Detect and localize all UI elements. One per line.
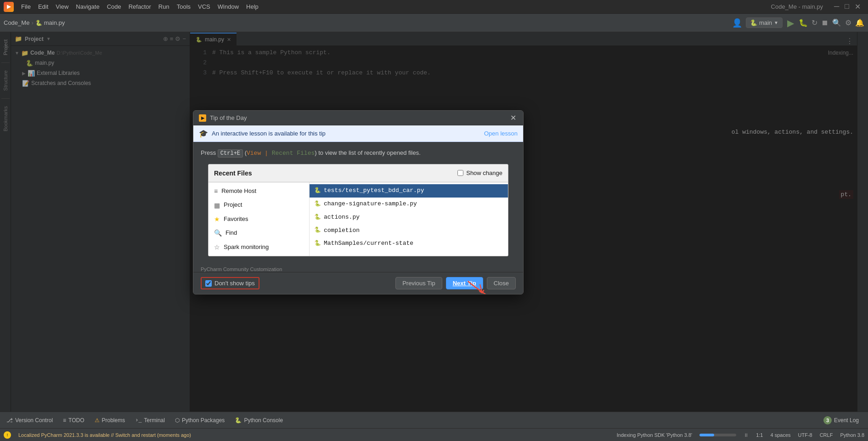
dont-show-label: Don't show tips — [214, 280, 255, 287]
python-packages-icon: ⬡ — [175, 417, 180, 424]
favorites-icon: ★ — [214, 214, 220, 224]
window-title: Code_Me - main.py — [771, 3, 823, 10]
lesson-icon: 🎓 — [199, 129, 208, 138]
recent-left-panel: ≡ Remote Host ▦ Project ★ Favorites 🔍 — [209, 182, 310, 256]
close-dialog-button[interactable]: Close — [487, 277, 516, 289]
terminal-icon: ›_ — [135, 417, 141, 424]
recent-files-content: ≡ Remote Host ▦ Project ★ Favorites 🔍 — [209, 182, 508, 256]
test-file-label: tests/test_pytest_bdd_car.py — [324, 186, 424, 196]
recent-file-test[interactable]: 🐍 tests/test_pytest_bdd_car.py — [310, 184, 508, 198]
dialog-close-button[interactable]: ✕ — [508, 113, 518, 123]
status-python-version[interactable]: Python 3.8 — [840, 432, 864, 438]
customization-label: PyCharm Community Customization — [193, 266, 523, 272]
remote-host-icon: ≡ — [214, 186, 218, 196]
menubar-vcs[interactable]: VCS — [194, 2, 214, 11]
tab-todo[interactable]: ≡ TODO — [58, 414, 89, 427]
breadcrumb-file[interactable]: main.py — [44, 19, 65, 26]
settings-button[interactable]: ⚙ — [845, 18, 851, 27]
status-line-endings[interactable]: CRLF — [820, 432, 833, 438]
menubar-navigate[interactable]: Navigate — [72, 2, 103, 11]
menubar-view[interactable]: View — [52, 2, 72, 11]
tab-version-control[interactable]: ⎇ Version Control — [2, 414, 57, 427]
dont-show-checkbox[interactable] — [205, 280, 212, 287]
show-change-checkbox[interactable] — [457, 170, 463, 176]
dialog-body: Press Ctrl+E (View | Recent Files) to vi… — [193, 142, 523, 266]
win-close-btn[interactable]: ✕ — [855, 2, 861, 11]
recent-left-favorites[interactable]: ★ Favorites — [209, 212, 309, 226]
breadcrumb-sep: › — [31, 19, 33, 26]
actions-icon: 🐍 — [314, 213, 321, 222]
version-control-label: Version Control — [15, 417, 53, 424]
spark-label: Spark monitoring — [224, 243, 269, 252]
event-log-badge: 3 — [823, 416, 832, 424]
event-log-label: Event Log — [834, 417, 859, 424]
event-log-tab[interactable]: 3 Event Log — [820, 416, 862, 424]
tip-kbd: Ctrl+E — [218, 149, 243, 158]
progress-bar-fill — [699, 434, 714, 436]
tab-python-console[interactable]: 🐍 Python Console — [230, 414, 287, 427]
bottom-tabs-bar: ⎇ Version Control ≡ TODO ⚠ Problems ›_ T… — [0, 412, 868, 428]
prev-tip-button[interactable]: Previous Tip — [395, 277, 442, 289]
dialog-titlebar: ▶ Tip of the Day ✕ — [193, 111, 523, 125]
problems-icon: ⚠ — [95, 417, 100, 424]
search-everywhere-button[interactable]: 🔍 — [832, 18, 841, 27]
actions-label: actions.py — [324, 213, 360, 222]
dialog-title-icon: ▶ — [199, 114, 206, 122]
mathsamples-label: MathSamples/current-state — [324, 239, 413, 249]
branch-button[interactable]: 🐍 main ▼ — [746, 17, 783, 28]
run-button[interactable]: ▶ — [786, 17, 795, 29]
breadcrumb-project[interactable]: Code_Me — [4, 19, 29, 26]
recent-file-change-sig[interactable]: 🐍 change-signature-sample.py — [310, 198, 508, 211]
tip-paren: ( — [243, 149, 247, 156]
status-bar: ! Localized PyCharm 2021.3.3 is availabl… — [0, 428, 868, 441]
menubar-edit[interactable]: Edit — [34, 2, 52, 11]
status-spaces[interactable]: 4 spaces — [770, 432, 790, 438]
dialog-info-bar: 🎓 An interactive lesson is available for… — [193, 125, 523, 142]
menubar-run[interactable]: Run — [155, 2, 173, 11]
change-sig-icon: 🐍 — [314, 200, 321, 209]
show-change-wrapper: Show change — [457, 169, 502, 178]
status-update-text[interactable]: Localized PyCharm 2021.3.3 is available … — [18, 432, 191, 438]
status-encoding[interactable]: UTF-8 — [798, 432, 812, 438]
tab-problems[interactable]: ⚠ Problems — [90, 414, 130, 427]
menubar-tools[interactable]: Tools — [173, 2, 194, 11]
menubar-window[interactable]: Window — [214, 2, 242, 11]
debug-button[interactable]: 🐛 — [799, 18, 808, 27]
user-icon[interactable]: 👤 — [732, 18, 742, 28]
tip-description: Press Ctrl+E (View | Recent Files) to vi… — [201, 148, 516, 158]
dialog-footer: Don't show tips Previous Tip Next Tip Cl… — [193, 272, 523, 294]
recent-file-mathsamples[interactable]: 🐍 MathSamples/current-state — [310, 237, 508, 250]
recent-file-completion[interactable]: 🐍 completion — [310, 224, 508, 237]
tab-terminal[interactable]: ›_ Terminal — [130, 414, 169, 427]
project-icon: ▦ — [214, 200, 220, 210]
status-pause-icon[interactable]: ⏸ — [744, 432, 749, 438]
completion-icon: 🐍 — [314, 226, 321, 235]
python-branch-icon: 🐍 — [750, 19, 757, 26]
recent-files-title: Recent Files — [214, 168, 252, 178]
recent-left-remote[interactable]: ≡ Remote Host — [209, 184, 309, 198]
menubar-refactor[interactable]: Refactor — [125, 2, 155, 11]
notifications-button[interactable]: 🔔 — [855, 18, 864, 27]
reload-button[interactable]: ↻ — [812, 18, 817, 27]
next-tip-button[interactable]: Next Tip — [446, 277, 483, 289]
recent-right-panel: 🐍 tests/test_pytest_bdd_car.py 🐍 change-… — [310, 182, 508, 256]
recent-left-find[interactable]: 🔍 Find — [209, 226, 309, 240]
find-label: Find — [225, 228, 237, 238]
tip-recfiles: Recent Files — [272, 150, 315, 157]
menubar-help[interactable]: Help — [242, 2, 262, 11]
tab-python-packages[interactable]: ⬡ Python Packages — [170, 414, 229, 427]
win-minimize-btn[interactable]: ─ — [834, 2, 839, 11]
status-position[interactable]: 1:1 — [756, 432, 763, 438]
recent-left-project[interactable]: ▦ Project — [209, 198, 309, 212]
stop-button[interactable]: ⏹ — [821, 19, 829, 27]
completion-label: completion — [324, 226, 360, 236]
menubar-code[interactable]: Code — [103, 2, 125, 11]
recent-files-panel: Recent Files Show change ≡ Remote Host — [208, 164, 508, 256]
open-lesson-link[interactable]: Open lesson — [484, 130, 518, 137]
recent-file-actions[interactable]: 🐍 actions.py Recent files — [310, 211, 508, 224]
win-maximize-btn[interactable]: □ — [845, 2, 849, 11]
menubar-file[interactable]: File — [17, 2, 34, 11]
tip-dialog: ▶ Tip of the Day ✕ 🎓 An interactive less… — [193, 110, 524, 294]
terminal-label: Terminal — [144, 417, 165, 424]
recent-left-spark[interactable]: ☆ Spark monitoring — [209, 240, 309, 254]
